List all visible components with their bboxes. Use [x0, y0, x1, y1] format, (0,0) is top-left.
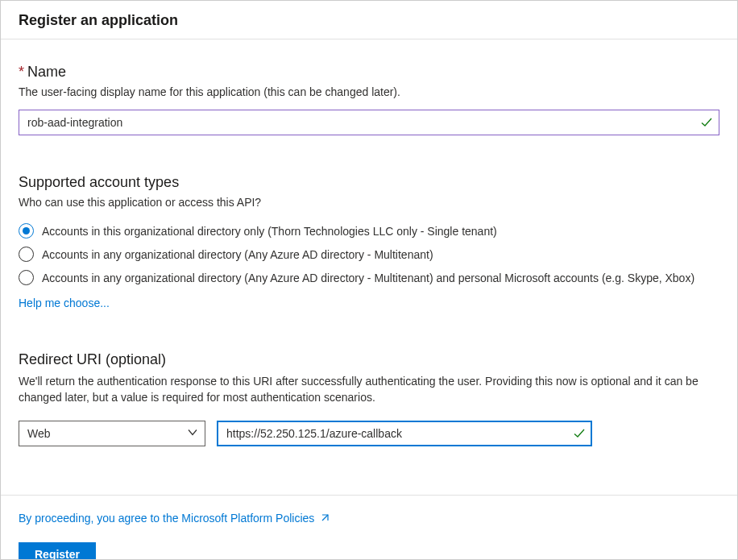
account-types-radio-group: Accounts in this organizational director… — [19, 223, 719, 285]
form-content: *Name The user-facing display name for t… — [1, 39, 737, 459]
radio-label: Accounts in any organizational directory… — [42, 272, 694, 284]
platform-policies-link[interactable]: By proceeding, you agree to the Microsof… — [19, 512, 314, 525]
page-header: Register an application — [1, 1, 737, 39]
account-type-option-multitenant[interactable]: Accounts in any organizational directory… — [19, 247, 719, 262]
page-title: Register an application — [19, 12, 719, 29]
footer: By proceeding, you agree to the Microsof… — [1, 495, 737, 560]
checkmark-icon — [700, 116, 713, 129]
policies-row: By proceeding, you agree to the Microsof… — [19, 512, 719, 525]
radio-label: Accounts in any organizational directory… — [42, 248, 433, 261]
redirect-uri-section: Redirect URI (optional) We'll return the… — [19, 351, 719, 446]
name-label: *Name — [19, 64, 719, 81]
account-type-option-multitenant-personal[interactable]: Accounts in any organizational directory… — [19, 270, 719, 285]
checkmark-icon — [573, 427, 586, 440]
radio-icon — [19, 247, 34, 262]
name-input[interactable] — [19, 110, 719, 135]
register-button[interactable]: Register — [19, 542, 96, 560]
account-type-option-single-tenant[interactable]: Accounts in this organizational director… — [19, 223, 719, 239]
redirect-uri-title: Redirect URI (optional) — [19, 351, 719, 368]
name-input-container — [19, 110, 719, 135]
redirect-uri-description: We'll return the authentication response… — [19, 373, 719, 406]
account-types-description: Who can use this application or access t… — [19, 196, 719, 209]
platform-select[interactable]: Web — [19, 421, 205, 446]
radio-icon — [19, 270, 34, 285]
redirect-uri-input-container — [217, 421, 592, 446]
external-link-icon — [319, 512, 330, 524]
redirect-uri-row: Web — [19, 421, 719, 446]
redirect-uri-input[interactable] — [217, 421, 592, 446]
radio-label: Accounts in this organizational director… — [42, 225, 497, 238]
account-types-title: Supported account types — [19, 174, 719, 191]
name-description: The user-facing display name for this ap… — [19, 85, 719, 98]
help-me-choose-link[interactable]: Help me choose... — [19, 297, 110, 309]
chevron-down-icon — [187, 426, 198, 440]
platform-select-value: Web — [27, 427, 51, 440]
required-asterisk: * — [19, 64, 24, 80]
radio-icon — [19, 223, 34, 239]
